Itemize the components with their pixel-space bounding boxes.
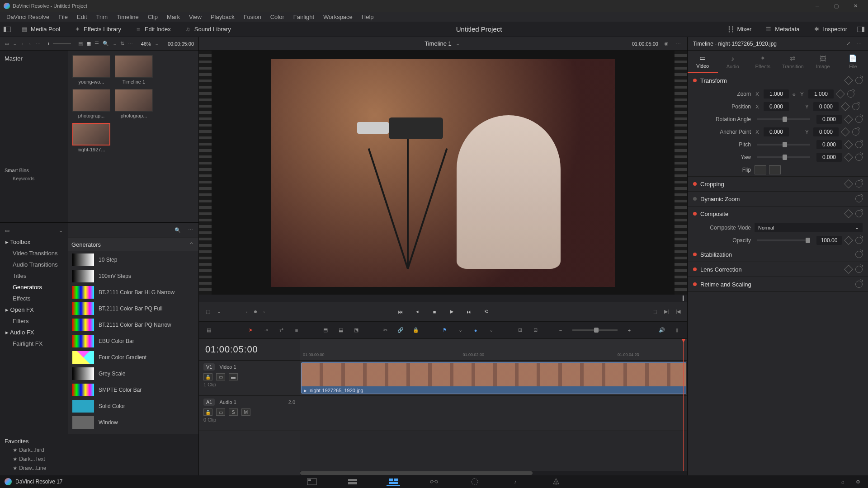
meta-view-icon[interactable]: ▤	[78, 40, 83, 47]
playhead[interactable]	[683, 339, 684, 475]
edit-page-icon[interactable]	[387, 477, 400, 486]
favorite-item[interactable]: ★ Dark...Text	[5, 455, 194, 464]
edit-index-button[interactable]: ≡Edit Index	[131, 24, 175, 35]
step-back-button[interactable]: ◂	[412, 307, 422, 317]
favorite-item[interactable]: ★ Draw...Line	[5, 464, 194, 473]
dynamic-trim-icon[interactable]: ⇄	[278, 327, 285, 334]
audio-track-a1[interactable]	[300, 396, 687, 431]
layout-icon[interactable]	[4, 26, 11, 33]
timeline-clip[interactable]: ▸night-1927265_1920.jpg	[301, 362, 686, 394]
timeline-body[interactable]: 01:00:00:00 01:00:02:00 01:00:04:23 ▸nig…	[300, 339, 687, 475]
keyframe-icon[interactable]	[844, 179, 853, 188]
fusion-page-icon[interactable]	[427, 477, 441, 486]
mixer-button[interactable]: ┇┇Mixer	[724, 24, 755, 35]
keyframe-icon[interactable]	[836, 89, 845, 99]
zoom-slider[interactable]	[572, 329, 618, 331]
razor-icon[interactable]: ✂	[382, 327, 389, 334]
nav-back-icon[interactable]: ‹	[20, 40, 24, 47]
opacity-slider[interactable]	[757, 239, 810, 241]
trim-tool-icon[interactable]: ⇥	[262, 327, 269, 334]
chevron-down-icon[interactable]: ⌄	[487, 327, 495, 334]
inspector-tab-image[interactable]: 🖼Image	[808, 51, 838, 73]
effects-library-button[interactable]: ✦Effects Library	[70, 24, 125, 35]
zoom-y-input[interactable]: 1.000	[808, 89, 834, 99]
insert-icon[interactable]: ⬒	[322, 327, 329, 334]
generator-item[interactable]: BT.2111 Color Bar PQ Narrow	[71, 317, 196, 333]
selection-tool-icon[interactable]: ➤	[247, 327, 254, 334]
menu-mark[interactable]: Mark	[162, 13, 184, 21]
reset-icon[interactable]	[852, 128, 859, 136]
timeline-view-icon[interactable]: ▤	[205, 327, 212, 334]
generator-item[interactable]: 100mV Steps	[71, 268, 196, 284]
keyframe-icon[interactable]	[844, 236, 853, 245]
pos-y-input[interactable]: 0.000	[813, 102, 839, 111]
fx-tree-item[interactable]: Audio Transitions	[0, 259, 68, 270]
yaw-input[interactable]: 0.000	[816, 153, 842, 162]
menu-edit[interactable]: Edit	[72, 13, 91, 21]
sort-icon[interactable]: ⇅	[120, 40, 124, 47]
home-icon[interactable]: ⌂	[839, 478, 846, 485]
deliver-page-icon[interactable]	[549, 477, 563, 486]
reset-icon[interactable]	[855, 154, 863, 161]
reset-icon[interactable]	[855, 237, 863, 244]
keywords-bin[interactable]: Keywords	[5, 173, 63, 181]
play-around-icon[interactable]: |◀	[675, 308, 682, 315]
fx-tree-item[interactable]: Video Transitions	[0, 248, 68, 259]
composite-mode-select[interactable]: Normal⌄	[755, 223, 863, 232]
fx-tree-item[interactable]: Generators	[0, 282, 68, 293]
flip-h-button[interactable]	[755, 165, 766, 174]
loop-button[interactable]: ⟲	[481, 307, 491, 317]
more-icon[interactable]: ⋯	[855, 40, 863, 47]
metadata-button[interactable]: ☰Metadata	[761, 24, 803, 35]
inspector-tab-video[interactable]: ▭Video	[688, 51, 718, 73]
breadcrumb-dots[interactable]: ⋯	[36, 41, 41, 47]
media-thumb[interactable]: young-wo...	[72, 55, 110, 84]
favorite-item[interactable]: ★ Dark...hird	[5, 446, 194, 455]
snap-icon[interactable]: ⊞	[516, 327, 524, 334]
inspector-tab-effects[interactable]: ✦Effects	[748, 51, 778, 73]
maximize-button[interactable]: ▢	[827, 1, 845, 11]
generator-item[interactable]: Solid Color	[71, 398, 196, 414]
pitch-input[interactable]: 0.000	[816, 140, 842, 149]
zoom-out-icon[interactable]: −	[557, 327, 564, 334]
fx-tree-item[interactable]: Effects	[0, 293, 68, 304]
lock-track-icon[interactable]: 🔒	[203, 373, 212, 380]
master-bin[interactable]: Master	[5, 53, 63, 64]
menu-timeline[interactable]: Timeline	[112, 13, 143, 21]
generator-item[interactable]: Four Color Gradient	[71, 349, 196, 366]
settings-icon[interactable]: ⚙	[854, 478, 862, 485]
marker-icon[interactable]: ●	[472, 327, 479, 334]
menu-clip[interactable]: Clip	[143, 13, 162, 21]
keyframe-icon[interactable]	[841, 127, 850, 136]
retime-section[interactable]: Retime and Scaling	[688, 277, 868, 291]
keyframe-icon[interactable]	[844, 140, 853, 149]
auto-select-icon[interactable]: ▭	[216, 408, 225, 416]
blade-tool-icon[interactable]: ≡	[293, 327, 300, 334]
fx-tree-item[interactable]: ▸ Toolbox	[0, 236, 68, 248]
fx-tree-item[interactable]: ▸ Audio FX	[0, 327, 68, 338]
link-selection-icon[interactable]: ⊡	[532, 327, 539, 334]
video-track-v1[interactable]: ▸night-1927265_1920.jpg	[300, 361, 687, 396]
media-thumb[interactable]: Timeline 1	[115, 55, 153, 84]
media-page-icon[interactable]	[305, 477, 319, 486]
chevron-down-icon[interactable]: ⌄	[155, 40, 159, 47]
list-view-icon[interactable]: ☰	[94, 40, 99, 47]
match-frame-icon[interactable]: ⬚	[651, 308, 658, 315]
timeline-scrollbar[interactable]	[300, 471, 687, 475]
flag-icon[interactable]: ⚑	[441, 327, 448, 334]
keyframe-icon[interactable]	[844, 265, 853, 274]
disable-track-icon[interactable]: ▬	[229, 373, 238, 380]
solo-button[interactable]: S	[229, 408, 238, 416]
panel-layout-icon[interactable]: ▭	[4, 227, 11, 234]
menu-help[interactable]: Help	[357, 13, 378, 21]
zoom-in-icon[interactable]: +	[626, 327, 633, 334]
search-icon[interactable]: 🔍	[174, 227, 181, 234]
generator-item[interactable]: BT.2111 Color Bar PQ Full	[71, 300, 196, 317]
reset-icon[interactable]	[855, 116, 863, 123]
reset-icon[interactable]	[855, 195, 863, 202]
fx-tree-item[interactable]: Filters	[0, 315, 68, 327]
rotation-slider[interactable]	[757, 118, 810, 120]
thumb-view-icon[interactable]: ▦	[86, 40, 91, 47]
layout-right-icon[interactable]	[857, 26, 864, 33]
play-reverse-icon[interactable]: ▶|	[663, 308, 670, 315]
